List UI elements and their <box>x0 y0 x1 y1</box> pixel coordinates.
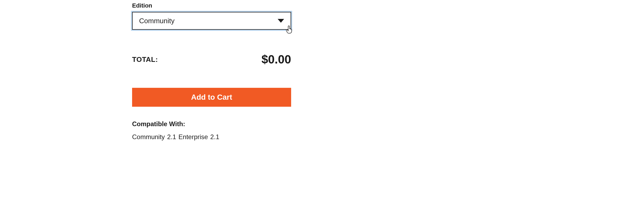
edition-select[interactable]: Community <box>132 12 291 30</box>
edition-label: Edition <box>132 2 291 9</box>
add-to-cart-button[interactable]: Add to Cart <box>132 88 291 107</box>
edition-select-wrap: Community <box>132 12 291 30</box>
compatible-with-value: Community 2.1 Enterprise 2.1 <box>132 133 291 141</box>
total-label: TOTAL: <box>132 55 158 64</box>
purchase-panel: Edition Community TOTAL: $0.00 Add to Ca… <box>132 2 291 141</box>
chevron-down-icon <box>278 19 284 23</box>
total-value: $0.00 <box>261 53 291 66</box>
cursor-hand-icon <box>286 25 293 35</box>
compatible-with-label: Compatible With: <box>132 120 291 128</box>
add-to-cart-label: Add to Cart <box>191 93 232 102</box>
edition-selected-value: Community <box>139 17 174 25</box>
total-row: TOTAL: $0.00 <box>132 53 291 66</box>
